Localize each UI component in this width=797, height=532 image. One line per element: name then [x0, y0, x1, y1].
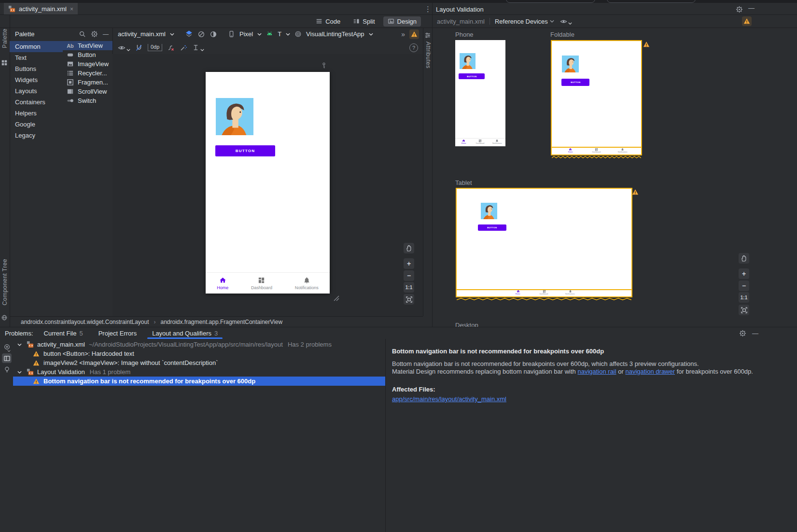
tablet-bottom-nav-lint-highlight[interactable]: Home Dashboard Notifications	[456, 289, 632, 297]
autoconnect-magnet-icon[interactable]	[135, 44, 143, 52]
palette-item-textview[interactable]: Ab TextView	[63, 41, 112, 50]
pan-hand-button[interactable]	[404, 243, 414, 253]
warning-icon[interactable]	[632, 189, 639, 196]
zoom-reset-button[interactable]: 1:1	[739, 292, 749, 303]
material-button[interactable]: BUTTON	[215, 145, 275, 156]
tree-row-issue-bottom-nav-selected[interactable]: Bottom navigation bar is not recommended…	[13, 377, 385, 386]
palette-item-switch[interactable]: Switch	[63, 96, 112, 105]
gear-icon[interactable]	[736, 6, 743, 13]
navigation-rail-link[interactable]: navigation rail	[577, 368, 616, 375]
nav-item-notifications[interactable]: Notifications	[295, 277, 319, 290]
attributes-stripe-label[interactable]: Attributes	[425, 42, 432, 69]
breadcrumb-item-constraintlayout[interactable]: androidx.constraintlayout.widget.Constra…	[21, 319, 149, 325]
attributes-sliders-icon[interactable]	[424, 32, 431, 39]
foldable-bottom-nav-lint-highlight[interactable]: Home Dashboard Notifications	[551, 147, 642, 155]
affected-file-link[interactable]: app/src/main/res/layout/activity_main.xm…	[392, 395, 506, 403]
device-selector[interactable]: Pixel	[239, 30, 253, 38]
theme-selector[interactable]: VisualLintingTestApp	[306, 30, 364, 38]
tab-layout-and-qualifiers[interactable]: Layout and Qualifiers 3	[147, 327, 223, 339]
kebab-menu-icon[interactable]: ⋮	[424, 5, 432, 13]
design-mode-button[interactable]: Design	[383, 16, 421, 27]
toggle-details-panel-button[interactable]	[2, 353, 12, 363]
minimize-icon[interactable]: —	[752, 330, 758, 336]
default-margin-control[interactable]: 0dp	[148, 44, 162, 51]
design-surface-layers-icon[interactable]	[185, 30, 193, 38]
split-mode-button[interactable]: Split	[349, 16, 379, 27]
preview-tablet[interactable]: BUTTON	[456, 188, 632, 297]
clear-constraints-icon[interactable]	[167, 44, 175, 52]
palette-category-widgets[interactable]: Widgets	[10, 74, 63, 85]
chevron-down-icon[interactable]	[17, 371, 22, 374]
tab-current-file[interactable]: Current File 5	[39, 327, 88, 339]
hide-panel-icon[interactable]: —	[103, 31, 109, 37]
palette-category-legacy[interactable]: Legacy	[10, 130, 63, 141]
palette-category-containers[interactable]: Containers	[10, 97, 63, 108]
reference-devices-selector[interactable]: Reference Devices	[495, 18, 548, 25]
nav-item-dashboard[interactable]: Dashboard	[251, 277, 272, 290]
palette-category-buttons[interactable]: Buttons	[10, 63, 63, 74]
theme-icon[interactable]	[294, 30, 302, 38]
chevron-down-icon[interactable]	[17, 343, 22, 346]
close-icon[interactable]: ×	[70, 6, 73, 12]
palette-category-google[interactable]: Google	[10, 119, 63, 130]
tree-row-activity-main-xml[interactable]: activity_main.xml ~/AndroidStudioProject…	[13, 340, 385, 349]
design-canvas-phone[interactable]: BUTTON Home Dashboard Notifications	[206, 72, 330, 294]
preview-phone[interactable]: BUTTON Home Dashboard Notifications	[455, 40, 505, 146]
view-options-eye-icon[interactable]	[118, 44, 126, 52]
zoom-in-button[interactable]: +	[739, 268, 749, 279]
code-mode-button[interactable]: Code	[311, 16, 345, 27]
palette-icon[interactable]	[1, 59, 8, 66]
zoom-to-fit-button[interactable]	[739, 305, 749, 315]
zoom-reset-button[interactable]: 1:1	[404, 282, 414, 293]
search-icon[interactable]	[79, 30, 86, 38]
canvas-resize-handle[interactable]	[332, 294, 340, 302]
globe-icon[interactable]	[1, 314, 8, 321]
visibility-eye-icon[interactable]	[560, 18, 567, 25]
tree-row-issue-hardcoded-text[interactable]: button <Button>: Hardcoded text	[13, 349, 385, 358]
breadcrumb-item-fragmentcontainerview[interactable]: androidx.fragment.app.FragmentContainerV…	[161, 319, 283, 325]
palette-item-fragment[interactable]: Fragmen...	[63, 78, 112, 87]
zoom-out-button[interactable]: −	[739, 280, 749, 291]
palette-item-scrollview[interactable]: ScrollView	[63, 87, 112, 96]
align-ibeam-icon[interactable]	[192, 44, 199, 51]
zoom-to-fit-button[interactable]	[404, 294, 414, 305]
palette-stripe-label[interactable]: Palette	[1, 28, 8, 48]
palette-item-button[interactable]: Button	[63, 50, 112, 59]
tab-project-errors[interactable]: Project Errors	[94, 327, 141, 339]
gear-icon[interactable]	[739, 330, 746, 337]
tree-row-layout-validation-group[interactable]: Layout Validation Has 1 problem	[13, 367, 385, 377]
device-phone-icon[interactable]	[228, 30, 235, 38]
quick-fix-bulb-icon[interactable]	[3, 366, 11, 373]
avatar-imageview[interactable]	[216, 98, 253, 135]
navigation-drawer-link[interactable]: navigation drawer	[625, 368, 675, 375]
zoom-in-button[interactable]: +	[404, 258, 414, 269]
design-file-selector[interactable]: activity_main.xml	[118, 30, 166, 38]
minimize-icon[interactable]: —	[748, 5, 755, 11]
warning-icon[interactable]	[643, 41, 650, 48]
palette-category-text[interactable]: Text	[10, 52, 63, 63]
help-icon[interactable]: ?	[409, 43, 418, 52]
zoom-out-button[interactable]: −	[404, 270, 414, 281]
palette-item-imageview[interactable]: ImageView	[63, 59, 112, 69]
nav-item-home[interactable]: Home	[217, 277, 228, 290]
infer-constraints-wand-icon[interactable]	[180, 44, 187, 52]
validation-warning-badge[interactable]	[742, 16, 752, 26]
gear-icon[interactable]	[91, 30, 98, 38]
overflow-chevrons-icon[interactable]: »	[401, 31, 405, 38]
palette-category-helpers[interactable]: Helpers	[10, 108, 63, 119]
palette-category-layouts[interactable]: Layouts	[10, 85, 63, 97]
android-api-icon[interactable]	[266, 30, 273, 38]
night-mode-icon[interactable]	[210, 30, 217, 38]
palette-item-recyclerview[interactable]: Recycler...	[63, 69, 112, 78]
preview-foldable[interactable]: BUTTON	[551, 40, 642, 154]
design-warning-badge[interactable]	[409, 29, 419, 39]
pan-hand-button[interactable]	[739, 253, 749, 264]
api-level-selector[interactable]: T	[278, 30, 281, 38]
blueprint-off-icon[interactable]	[197, 30, 205, 38]
bottom-navigation-bar[interactable]: Home Dashboard Notifications	[206, 272, 330, 294]
editor-tab-activity-main[interactable]: activity_main.xml ×	[4, 3, 78, 15]
validation-file-tab[interactable]: activity_main.xml	[437, 18, 485, 25]
palette-category-common[interactable]: Common	[10, 41, 63, 52]
problems-filter-target-icon[interactable]	[3, 343, 11, 350]
component-tree-stripe-label[interactable]: Component Tree	[1, 259, 8, 305]
